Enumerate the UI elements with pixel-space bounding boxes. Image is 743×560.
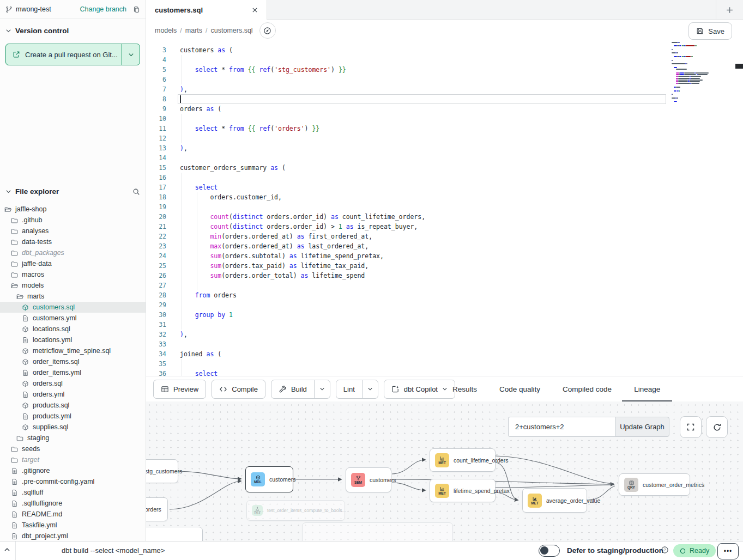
lineage-node-partial[interactable] (302, 522, 453, 541)
breadcrumb-marts[interactable]: marts (185, 27, 202, 34)
code-line[interactable]: 17 select (146, 182, 743, 192)
compass-icon[interactable] (259, 22, 276, 39)
lineage-panel[interactable]: MDLstg_customersMDLordersMDLcustomersTST… (146, 401, 743, 541)
file-explorer-item[interactable]: seeds (0, 443, 146, 454)
file-explorer-item[interactable]: products.sql (0, 400, 146, 411)
new-tab-button[interactable] (716, 0, 743, 20)
preview-button[interactable]: Preview (153, 380, 206, 399)
code-line[interactable]: 21 count(distinct orders.order_id) > 1 a… (146, 222, 743, 232)
command-input[interactable]: dbt build --select <model_name> (62, 546, 165, 555)
file-explorer-item[interactable]: .github (0, 215, 146, 226)
file-explorer-item[interactable]: .gitignore (0, 465, 146, 476)
code-line[interactable]: 32), (146, 330, 743, 339)
file-explorer-item[interactable]: dbt_packages (0, 247, 146, 258)
save-button[interactable]: Save (688, 22, 732, 40)
file-explorer-item[interactable]: target (0, 454, 146, 465)
file-explorer-item[interactable]: README.md (0, 509, 146, 520)
file-explorer-item[interactable]: products.yml (0, 411, 146, 422)
file-explorer-item[interactable]: locations.yml (0, 334, 146, 345)
code-line[interactable]: 8 (146, 94, 743, 104)
tab-lineage[interactable]: Lineage (633, 376, 661, 402)
code-line[interactable]: 3customers as ( (146, 45, 743, 55)
code-line[interactable]: 9orders as ( (146, 104, 743, 114)
defer-toggle[interactable] (539, 545, 560, 557)
file-explorer-item[interactable]: analyses (0, 226, 146, 236)
code-line[interactable]: 22 min(orders.ordered_at) as first_order… (146, 232, 743, 241)
code-line[interactable]: 23 max(orders.ordered_at) as last_ordere… (146, 241, 743, 251)
file-explorer-item[interactable]: models (0, 280, 146, 291)
version-control-header[interactable]: Version control (0, 19, 146, 40)
update-graph-button[interactable]: Update Graph (615, 417, 669, 437)
file-explorer-item[interactable]: Taskfile.yml (0, 520, 146, 531)
breadcrumb-models[interactable]: models (155, 27, 177, 34)
code-line[interactable]: 31 (146, 320, 743, 330)
lineage-node-average_order_value[interactable]: METaverage_order_value (522, 488, 587, 513)
file-explorer-item[interactable]: locations.sql (0, 324, 146, 334)
file-explorer-item[interactable]: metricflow_time_spine.sql (0, 345, 146, 356)
tab-code-quality[interactable]: Code quality (498, 376, 541, 402)
code-line[interactable]: 20 count(distinct orders.order_id) as co… (146, 212, 743, 222)
lineage-node-test_order_items_compute_to_bools-[interactable]: TSTtest_order_items_compute_to_bools... (246, 500, 345, 521)
code-line[interactable]: 19 (146, 202, 743, 212)
code-line[interactable]: 12 (146, 133, 743, 143)
code-line[interactable]: 15customer_orders_summary as ( (146, 163, 743, 173)
file-explorer-item[interactable]: staging (0, 433, 146, 443)
lint-dropdown[interactable] (362, 380, 378, 398)
file-explorer-item[interactable]: customers.sql (0, 302, 146, 313)
tab-customers-sql[interactable]: customers.sql (146, 0, 267, 20)
code-line[interactable]: 14 (146, 153, 743, 163)
code-line[interactable]: 4 (146, 55, 743, 65)
file-explorer-header[interactable]: File explorer (0, 180, 146, 201)
file-explorer-item[interactable]: order_items.sql (0, 356, 146, 367)
code-line[interactable]: 29 (146, 300, 743, 310)
file-explorer-item[interactable]: jaffle-shop (0, 204, 146, 215)
code-line[interactable]: 27 (146, 281, 743, 290)
code-line[interactable]: 5 select * from {{ ref('stg_customers') … (146, 65, 743, 75)
code-line[interactable]: 6 (146, 75, 743, 84)
lint-button[interactable]: Lint (336, 380, 362, 398)
file-explorer-item[interactable]: data-tests (0, 236, 146, 247)
file-explorer-item[interactable]: .pre-commit-config.yaml (0, 476, 146, 487)
lineage-node-customers[interactable]: MDLcustomers (245, 466, 293, 492)
code-line[interactable]: 18 orders.customer_id, (146, 192, 743, 202)
lineage-node-customer_order_metrics[interactable]: QRYcustomer_order_metrics (619, 473, 690, 496)
file-explorer-item[interactable]: jaffle-data (0, 258, 146, 269)
close-icon[interactable] (252, 7, 258, 13)
tab-results[interactable]: Results (451, 376, 478, 402)
code-line[interactable]: 30 group by 1 (146, 310, 743, 320)
code-line[interactable]: 36 select (146, 369, 743, 376)
code-line[interactable]: 10 (146, 114, 743, 124)
code-line[interactable]: 7), (146, 84, 743, 94)
create-pr-main[interactable]: Create a pull request on Git... (6, 44, 122, 65)
caret-up-icon[interactable] (3, 546, 11, 553)
file-explorer-item[interactable]: customers.yml (0, 313, 146, 324)
lineage-node-count_lifetime_orders[interactable]: METcount_lifetime_orders (430, 448, 496, 472)
change-branch-link[interactable]: Change branch (80, 5, 126, 13)
compile-button[interactable]: Compile (212, 380, 265, 399)
minimap[interactable] (672, 41, 720, 108)
code-line[interactable]: 26 sum(orders.order_total) as lifetime_s… (146, 271, 743, 281)
code-line[interactable]: 34joined as ( (146, 349, 743, 359)
lineage-node-stg_customers[interactable]: MDLstg_customers (146, 459, 178, 483)
status-badge[interactable]: Ready (673, 544, 716, 557)
create-pr-dropdown[interactable] (122, 44, 140, 65)
file-explorer-item[interactable]: orders.sql (0, 378, 146, 389)
breadcrumb-file[interactable]: customers.sql (211, 27, 253, 34)
build-dropdown[interactable] (314, 380, 330, 398)
lineage-node-orders[interactable]: MDLorders (146, 497, 168, 521)
search-icon[interactable] (132, 188, 140, 196)
more-options-button[interactable]: ••• (717, 543, 739, 559)
file-explorer-item[interactable]: .sqlfluffignore (0, 498, 146, 509)
tab-compiled-code[interactable]: Compiled code (561, 376, 613, 402)
copy-icon[interactable] (133, 6, 140, 13)
code-line[interactable]: 33 (146, 339, 743, 349)
editor-scrollbar[interactable] (735, 64, 743, 69)
code-line[interactable]: 16 (146, 173, 743, 182)
lineage-node-customers[interactable]: SEMcustomers (346, 467, 391, 492)
lineage-node-lifetime_spend_pretax[interactable]: METlifetime_spend_pretax (430, 479, 496, 502)
code-line[interactable]: 13), (146, 143, 743, 153)
file-explorer-item[interactable]: order_items.yml (0, 367, 146, 378)
file-explorer-item[interactable]: macros (0, 269, 146, 280)
code-line[interactable]: 11 select * from {{ ref('orders') }} (146, 124, 743, 133)
file-explorer-item[interactable]: orders.yml (0, 389, 146, 400)
